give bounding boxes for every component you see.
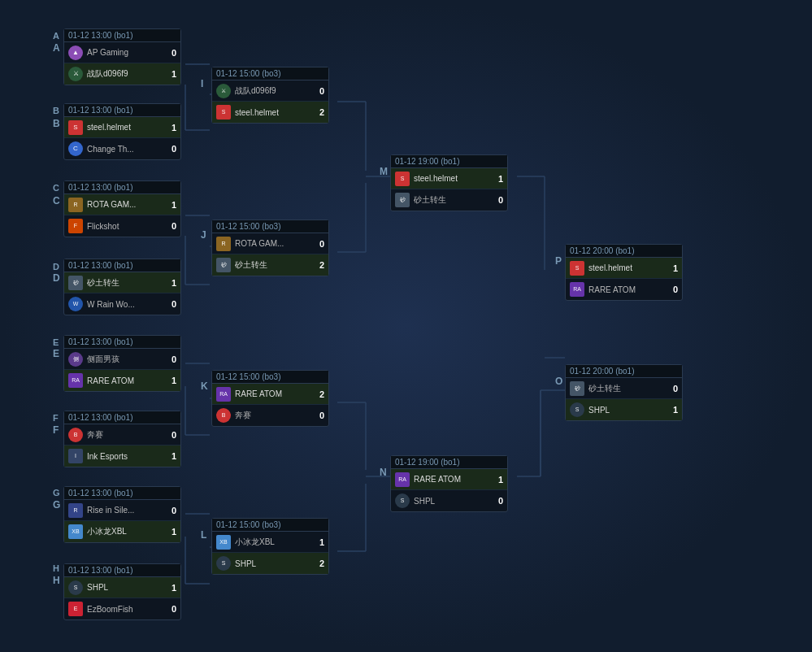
match-I-team2[interactable]: S steel.helmet 2: [212, 102, 328, 123]
team-name: RARE ATOM: [588, 285, 668, 294]
match-A-team1[interactable]: ▲ AP Gaming 0: [64, 42, 180, 63]
logo-ap-gaming: ▲: [68, 46, 83, 60]
match-N: 01-12 19:00 (bo1) RA RARE ATOM 1 S SHPL …: [390, 455, 508, 512]
match-P: 01-12 20:00 (bo1) S steel.helmet 1 RA RA…: [565, 244, 683, 301]
match-E-team1[interactable]: 侧 侧面男孩 0: [64, 349, 180, 370]
match-F: 01-12 13:00 (bo1) B 奔赛 0 I Ink Esports 1: [63, 411, 181, 467]
match-K-team2[interactable]: B 奔赛 0: [212, 405, 328, 426]
match-E: 01-12 13:00 (bo1) 侧 侧面男孩 0 RA RARE ATOM …: [63, 335, 181, 392]
team-name: 砂土转生: [87, 277, 167, 289]
logo-cemian: 侧: [68, 352, 83, 367]
match-J-team2[interactable]: 砂 砂土转生 2: [212, 254, 328, 276]
match-B-header: 01-12 13:00 (bo1): [64, 104, 180, 117]
match-H-header: 01-12 13:00 (bo1): [64, 564, 180, 577]
round-label-J: J: [201, 229, 206, 241]
team-score: 1: [167, 527, 176, 537]
match-D-team1[interactable]: 砂 砂土转生 1: [64, 272, 180, 293]
team-score: 0: [315, 411, 324, 420]
round-label-O: O: [555, 376, 562, 387]
match-F-team2[interactable]: I Ink Esports 1: [64, 446, 180, 467]
match-K-team1[interactable]: RA RARE ATOM 2: [212, 384, 328, 405]
logo-shatu-O: 砂: [570, 381, 584, 396]
match-D-team2[interactable]: W W Rain Wo... 0: [64, 293, 180, 315]
team-score: 0: [668, 285, 678, 294]
round-label-K: K: [201, 380, 208, 392]
round-label-C: C: [53, 195, 60, 206]
match-G-team2[interactable]: XB 小冰龙XBL 1: [64, 521, 180, 542]
label-C: C: [53, 183, 59, 193]
team-score: 1: [315, 537, 324, 547]
label-D: D: [53, 262, 59, 272]
team-name: Rise in Sile...: [87, 506, 167, 515]
team-score: 0: [167, 48, 176, 58]
logo-rareatom-E: RA: [68, 373, 83, 388]
match-E-header: 01-12 13:00 (bo1): [64, 336, 180, 349]
match-L-team2[interactable]: S SHPL 2: [212, 553, 328, 574]
match-M-team1[interactable]: S steel.helmet 1: [391, 168, 507, 189]
match-P-team2[interactable]: RA RARE ATOM 0: [566, 279, 682, 300]
label-H: H: [53, 563, 59, 573]
match-P-team1[interactable]: S steel.helmet 1: [566, 258, 682, 279]
match-G-team1[interactable]: R Rise in Sile... 0: [64, 500, 180, 521]
team-name: AP Gaming: [87, 48, 167, 57]
logo-rota: R: [68, 198, 83, 212]
match-O-team2[interactable]: S SHPL 1: [566, 399, 682, 420]
match-N-header: 01-12 19:00 (bo1): [391, 456, 507, 469]
connectors: [0, 0, 812, 652]
match-G-header: 01-12 13:00 (bo1): [64, 487, 180, 500]
round-label-B: B: [53, 118, 60, 129]
round-label-I: I: [201, 78, 203, 89]
match-M-team2[interactable]: 砂 砂土转生 0: [391, 189, 507, 211]
logo-flickshot: F: [68, 219, 83, 233]
match-H: 01-12 13:00 (bo1) S SHPL 1 E EzBoomFish …: [63, 563, 181, 620]
team-score: 2: [315, 559, 324, 568]
match-H-team2[interactable]: E EzBoomFish 0: [64, 598, 180, 619]
logo-benchi: B: [68, 428, 83, 442]
match-B-team1[interactable]: S steel.helmet 1: [64, 117, 180, 138]
match-H-team1[interactable]: S SHPL 1: [64, 577, 180, 598]
logo-rareatom-K: RA: [216, 387, 231, 402]
match-N-team2[interactable]: S SHPL 0: [391, 490, 507, 511]
match-F-header: 01-12 13:00 (bo1): [64, 411, 180, 424]
team-score: 0: [315, 239, 324, 249]
logo-steel-I: S: [216, 105, 231, 120]
logo-ezboom: E: [68, 602, 83, 616]
match-O-team1[interactable]: 砂 砂土转生 0: [566, 378, 682, 399]
label-A: A: [53, 31, 59, 41]
match-B-team2[interactable]: C Change Th... 0: [64, 138, 180, 159]
match-C-team1[interactable]: R ROTA GAM... 1: [64, 194, 180, 215]
match-O: 01-12 20:00 (bo1) 砂 砂土转生 0 S SHPL 1: [565, 364, 683, 421]
match-E-team2[interactable]: RA RARE ATOM 1: [64, 370, 180, 391]
team-name: Change Th...: [87, 145, 167, 154]
match-N-team1[interactable]: RA RARE ATOM 1: [391, 469, 507, 490]
match-D: 01-12 13:00 (bo1) 砂 砂土转生 1 W W Rain Wo..…: [63, 259, 181, 315]
match-B: 01-12 13:00 (bo1) S steel.helmet 1 C Cha…: [63, 103, 181, 160]
match-I-team1[interactable]: ⚔ 战队d096f9 0: [212, 80, 328, 102]
match-A-header: 01-12 13:00 (bo1): [64, 29, 180, 42]
logo-wrain: W: [68, 297, 83, 311]
match-C-team2[interactable]: F Flickshot 0: [64, 215, 180, 237]
match-P-header: 01-12 20:00 (bo1): [566, 245, 682, 258]
match-C-header: 01-12 13:00 (bo1): [64, 181, 180, 194]
team-score: 1: [493, 475, 503, 485]
match-A-team2[interactable]: ⚔ 战队d096f9 1: [64, 63, 180, 85]
team-score: 0: [167, 506, 176, 515]
logo-ink: I: [68, 449, 83, 463]
team-name: 奔赛: [235, 410, 315, 421]
logo-steel-helmet: S: [68, 120, 83, 135]
logo-change: C: [68, 141, 83, 156]
team-score: 2: [315, 107, 324, 117]
label-E: E: [53, 337, 59, 347]
match-F-team1[interactable]: B 奔赛 0: [64, 424, 180, 446]
match-I-header: 01-12 15:00 (bo3): [212, 67, 328, 80]
team-score: 1: [167, 123, 176, 133]
match-L-team1[interactable]: XB 小冰龙XBL 1: [212, 532, 328, 553]
team-name: SHPL: [235, 559, 315, 568]
match-I: 01-12 15:00 (bo3) ⚔ 战队d096f9 0 S steel.h…: [211, 67, 329, 124]
team-name: W Rain Wo...: [87, 300, 167, 309]
round-label-D: D: [53, 272, 60, 284]
team-score: 0: [167, 144, 176, 154]
match-J-team1[interactable]: R ROTA GAM... 0: [212, 233, 328, 254]
team-name: Ink Esports: [87, 452, 167, 461]
team-name: steel.helmet: [87, 123, 167, 132]
